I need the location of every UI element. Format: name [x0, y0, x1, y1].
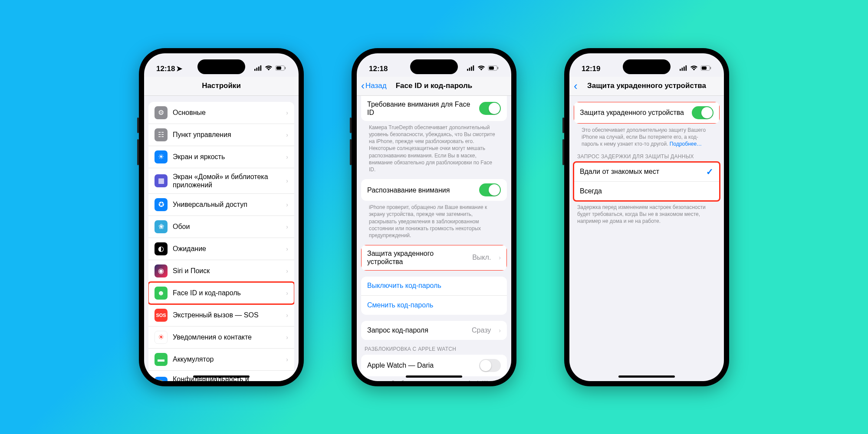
svg-rect-14	[680, 69, 681, 71]
row-standby[interactable]: ◐Ожидание›	[148, 238, 294, 260]
chevron-right-icon: ›	[286, 223, 288, 230]
chevron-right-icon: ›	[499, 327, 501, 334]
row-label: Защита украденного устройства	[580, 108, 687, 117]
row-display[interactable]: ☀Экран и яркость›	[148, 146, 294, 168]
chevron-right-icon: ›	[499, 254, 501, 261]
wifi-icon	[690, 65, 698, 73]
svg-rect-20	[710, 67, 711, 69]
row-change-passcode[interactable]: Сменить код-пароль	[361, 296, 507, 315]
back-label: Назад	[365, 82, 387, 90]
row-label: Face ID и код-пароль	[173, 289, 281, 297]
toggle-stolen-protection[interactable]	[692, 106, 713, 119]
row-option-away[interactable]: Вдали от знакомых мест ✓	[574, 162, 720, 182]
svg-rect-17	[686, 65, 687, 71]
cellular-icon	[254, 65, 262, 73]
battery-icon	[488, 65, 499, 73]
content[interactable]: ⚙Основные› ☷Пункт управления› ☀Экран и я…	[144, 96, 299, 381]
toggle-attention[interactable]	[479, 102, 501, 115]
row-general[interactable]: ⚙Основные›	[148, 102, 294, 124]
phone-stolen-protection: 12:19 ‹ Защита украденного устройства За…	[564, 48, 729, 386]
content[interactable]: Защита украденного устройства Это обеспе…	[569, 96, 724, 381]
chevron-right-icon: ›	[286, 131, 288, 138]
row-stolen-device-protection[interactable]: Защита украденного устройства Выкл. ›	[361, 245, 507, 270]
siri-icon: ◉	[155, 264, 168, 277]
row-label: Универсальный доступ	[173, 200, 281, 209]
row-option-always[interactable]: Всегда	[574, 182, 720, 201]
chevron-right-icon: ›	[286, 312, 288, 319]
page-title: Защита украденного устройства	[587, 82, 706, 90]
row-control-center[interactable]: ☷Пункт управления›	[148, 124, 294, 146]
status-time: 12:18➤	[156, 64, 182, 73]
phone-settings: 12:18➤ Настройки ⚙Основные› ☷Пункт уп	[139, 48, 304, 386]
svg-rect-8	[469, 68, 470, 71]
chevron-right-icon: ›	[286, 109, 288, 116]
row-label: Всегда	[580, 187, 713, 195]
row-home-screen[interactable]: ▦Экран «Домой» и библиотека приложений›	[148, 168, 294, 194]
chevron-right-icon: ›	[286, 380, 288, 381]
row-turn-off-passcode[interactable]: Выключить код-пароль	[361, 277, 507, 296]
row-emergency-sos[interactable]: SOSЭкстренный вызов — SOS›	[148, 304, 294, 326]
back-button[interactable]: ‹	[574, 79, 578, 93]
faceid-icon: ☻	[155, 287, 168, 300]
status-time: 12:18	[369, 65, 388, 73]
row-exposure[interactable]: ☀Уведомления о контакте›	[148, 326, 294, 349]
chevron-left-icon: ‹	[574, 79, 578, 93]
svg-rect-15	[682, 68, 683, 71]
row-label: Аккумулятор	[173, 355, 281, 363]
row-label: Apple Watch — Daria	[367, 361, 474, 369]
section-header-delay: ЗАПРОС ЗАДЕРЖКИ ДЛЯ ЗАЩИТЫ ДАННЫХ	[569, 147, 724, 162]
row-label: Пункт управления	[173, 131, 281, 139]
cellular-icon	[467, 65, 475, 73]
row-label: Основные	[173, 108, 281, 117]
page-title: Настройки	[202, 82, 241, 90]
location-icon: ➤	[176, 64, 182, 73]
sun-icon: ☀	[155, 150, 168, 163]
flower-icon: ❀	[155, 220, 168, 233]
row-label: Экран и яркость	[173, 153, 281, 161]
row-label: Сменить код-пароль	[367, 301, 501, 309]
svg-rect-5	[276, 66, 281, 69]
row-value: Выкл.	[472, 254, 491, 261]
row-require-passcode[interactable]: Запрос код-пароля Сразу ›	[361, 321, 507, 340]
cellular-icon	[680, 65, 687, 73]
svg-rect-16	[684, 66, 685, 71]
row-label: Ожидание	[173, 245, 281, 253]
row-label: Экран «Домой» и библиотека приложений	[173, 173, 281, 189]
footer-aware: iPhone проверит, обращено ли Ваше вниман…	[361, 201, 507, 239]
content[interactable]: Требование внимания для Face ID Камера T…	[357, 96, 511, 381]
toggle-aware[interactable]	[479, 183, 501, 196]
dynamic-island	[410, 59, 458, 74]
row-battery[interactable]: ▬Аккумулятор›	[148, 349, 294, 371]
chevron-right-icon: ›	[286, 290, 288, 297]
row-apple-watch[interactable]: Apple Watch — Daria	[361, 355, 507, 376]
row-accessibility[interactable]: ✪Универсальный доступ›	[148, 194, 294, 216]
dynamic-island	[623, 59, 671, 74]
navbar: Настройки	[144, 77, 299, 96]
chevron-right-icon: ›	[286, 356, 288, 363]
row-attention-aware[interactable]: Распознавание внимания	[361, 179, 507, 201]
hand-icon: ✋	[155, 377, 168, 381]
row-label: Уведомления о контакте	[173, 333, 281, 341]
home-indicator[interactable]	[193, 375, 250, 378]
svg-rect-13	[497, 67, 498, 69]
row-wallpaper[interactable]: ❀Обои›	[148, 216, 294, 238]
row-label: Требование внимания для Face ID	[367, 100, 474, 117]
toggle-watch[interactable]	[479, 359, 501, 372]
footer-stolen: Это обеспечивает дополнительную защиту В…	[574, 124, 720, 148]
home-indicator[interactable]	[406, 375, 462, 378]
svg-rect-12	[489, 66, 494, 69]
navbar: ‹ Назад Face ID и код-пароль	[357, 77, 511, 96]
row-siri[interactable]: ◉Siri и Поиск›	[148, 260, 294, 282]
back-button[interactable]: ‹ Назад	[361, 80, 387, 92]
row-require-attention[interactable]: Требование внимания для Face ID	[361, 96, 507, 121]
row-faceid-passcode[interactable]: ☻Face ID и код-пароль›	[148, 282, 294, 304]
row-label: Защита украденного устройства	[367, 249, 467, 266]
chevron-right-icon: ›	[286, 177, 288, 184]
svg-rect-19	[702, 66, 707, 69]
row-value: Сразу	[472, 326, 491, 334]
row-stolen-protection-toggle[interactable]: Защита украденного устройства	[574, 102, 720, 124]
row-label: Обои	[173, 222, 281, 231]
learn-more-link[interactable]: Подробнее…	[670, 141, 702, 147]
chevron-right-icon: ›	[286, 153, 288, 160]
home-indicator[interactable]	[618, 375, 675, 378]
